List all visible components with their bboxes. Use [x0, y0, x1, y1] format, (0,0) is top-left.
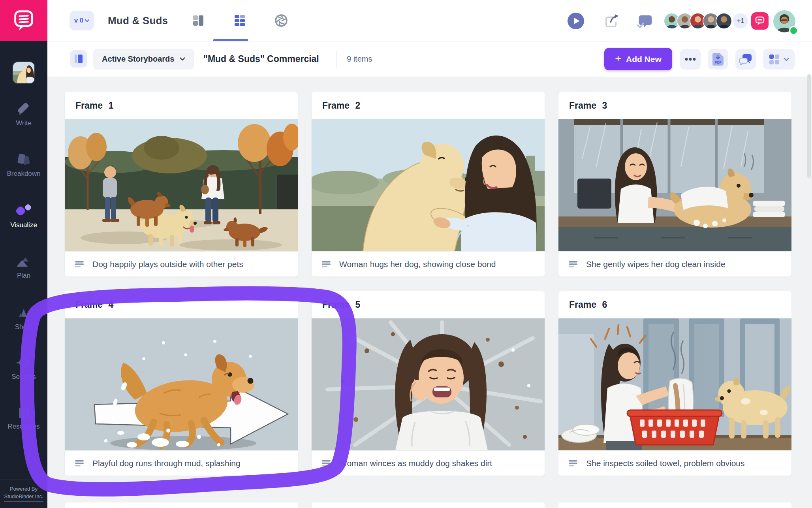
tab-overview[interactable]: [190, 12, 207, 29]
storyboard-card-frame-4[interactable]: Frame 4: [65, 291, 298, 476]
speech-bubble-logo-icon: [11, 8, 36, 33]
aperture-icon: [274, 14, 288, 27]
tab-storyboard-grid[interactable]: [231, 12, 248, 29]
active-tab-underline: [213, 39, 248, 41]
online-status-dot: [789, 26, 798, 35]
board-comments-button[interactable]: [735, 49, 756, 70]
powered-by[interactable]: Powered By StudioBinder Inc.: [0, 480, 47, 502]
frame-caption-row[interactable]: Woman hugs her dog, showing close bond: [312, 251, 545, 277]
grid-icon: [233, 14, 246, 27]
laundry-basket: [627, 410, 722, 445]
frame-title: Frame 4: [65, 291, 298, 318]
storyboard-card-frame-6[interactable]: Frame 6: [558, 291, 791, 476]
resources-icon: [0, 405, 47, 420]
avatar: [716, 13, 732, 29]
sidebar-item-visualize[interactable]: Visualize: [0, 203, 47, 229]
notes-icon: [322, 261, 331, 267]
pdf-download-icon: PDF: [712, 53, 724, 66]
frame-illustration: [558, 318, 791, 450]
storyboard-card-frame-2[interactable]: Frame 2: [312, 92, 545, 277]
sidebar-item-plan[interactable]: Plan: [0, 254, 47, 280]
tab-shots[interactable]: [273, 12, 290, 29]
storyboard-view-selector[interactable]: Active Storyboards: [93, 49, 194, 70]
sidebar-item-resources[interactable]: Resources: [0, 405, 47, 431]
frame-illustration: [312, 119, 545, 251]
frame-illustration: [65, 119, 298, 251]
powered-by-line1: Powered By: [0, 485, 47, 493]
more-options-button[interactable]: [680, 49, 701, 70]
frame-title: Frame 2: [312, 92, 545, 119]
play-button[interactable]: [567, 12, 585, 30]
frame-caption: Woman winces as muddy dog shakes dirt: [339, 459, 492, 468]
settings-icon: [0, 355, 47, 371]
grid-view-icon: [769, 54, 780, 65]
notes-icon: [569, 261, 578, 267]
view-selector-label: Active Storyboards: [102, 55, 174, 64]
frame-title: Frame 5: [312, 291, 545, 318]
sidebar-item-label: Settings: [0, 373, 47, 381]
frame-title: Frame 6: [558, 291, 791, 318]
panel-toggle-button[interactable]: [70, 50, 87, 68]
comment-check-icon: [636, 12, 653, 30]
play-icon: [567, 12, 585, 30]
chevron-down-icon: [180, 57, 185, 61]
frame-caption-row[interactable]: She gently wipes her dog clean inside: [558, 251, 791, 277]
towel-stack: [753, 201, 785, 217]
sidebar-item-label: Write: [0, 119, 47, 127]
frame-illustration: [558, 119, 791, 251]
add-new-button[interactable]: + Add New: [604, 48, 672, 70]
sidebar-item-label: Visualize: [0, 221, 47, 229]
top-header: v 0 Mud & Suds +1: [47, 0, 812, 41]
board-title: "Mud & Suds" Commercial: [203, 41, 319, 77]
view-mode-button[interactable]: [763, 49, 795, 70]
columns-icon: [73, 54, 84, 64]
wincing-woman: [395, 334, 488, 450]
frame-title: Frame 1: [65, 92, 298, 119]
sidebar-item-breakdown[interactable]: Breakdown: [0, 152, 47, 178]
sidebar-item-write[interactable]: Write: [0, 101, 47, 127]
share-button[interactable]: [602, 12, 620, 30]
frame-caption-row[interactable]: Woman winces as muddy dog shakes dirt: [312, 450, 545, 476]
avatars-overflow-badge[interactable]: +1: [732, 13, 749, 29]
frame-caption: She inspects soiled towel, problem obvio…: [586, 459, 745, 468]
sidebar-item-label: Shoot: [0, 323, 47, 331]
sidebar-item-settings[interactable]: Settings: [0, 355, 47, 381]
shoot-icon: [0, 305, 47, 321]
frame-caption: Dog happily plays outside with other pet…: [92, 260, 243, 269]
notes-icon: [75, 261, 85, 267]
studiobinder-logo[interactable]: [0, 0, 47, 41]
frame-caption: Playful dog runs through mud, splashing: [92, 459, 241, 468]
share-icon: [602, 12, 620, 30]
frame-caption-row[interactable]: Playful dog runs through mud, splashing: [65, 450, 298, 476]
notes-icon: [322, 460, 331, 467]
add-new-label: Add New: [626, 55, 662, 64]
frame-title: Frame 3: [558, 92, 791, 119]
sidebar-item-shoot[interactable]: Shoot: [0, 305, 47, 331]
vertical-scrollbar[interactable]: [807, 74, 811, 178]
notes-icon: [569, 460, 578, 467]
next-row-card-stub: [558, 502, 791, 508]
storyboard-card-frame-1[interactable]: Frame 1: [65, 92, 298, 277]
version-dropdown[interactable]: v 0: [70, 11, 94, 30]
sidebar: Write Breakdown Visualize Plan Shoot Set…: [0, 0, 47, 508]
chevron-down-icon: [85, 19, 89, 22]
export-pdf-button[interactable]: PDF: [708, 49, 728, 70]
chat-button[interactable]: [751, 12, 769, 30]
sidebar-item-label: Breakdown: [0, 170, 47, 178]
storyboard-card-frame-5[interactable]: Frame 5: [312, 291, 545, 476]
next-row-card-stub: [65, 502, 298, 508]
project-thumbnail[interactable]: [13, 62, 34, 83]
chevron-down-icon: [784, 58, 789, 61]
ellipsis-icon: [685, 58, 696, 61]
frame-caption: Woman hugs her dog, showing close bond: [339, 260, 496, 269]
comments-button[interactable]: [636, 12, 653, 30]
frame-caption-row[interactable]: She inspects soiled towel, problem obvio…: [558, 450, 791, 476]
project-thumbnail-image: [13, 62, 34, 83]
frame-caption-row[interactable]: Dog happily plays outside with other pet…: [65, 251, 298, 277]
storyboard-card-frame-3[interactable]: Frame 3: [558, 92, 791, 277]
write-icon: [0, 101, 47, 117]
frame-illustration: [65, 318, 298, 450]
notes-icon: [75, 460, 85, 467]
chat-icon: [755, 16, 765, 26]
divider: [336, 51, 337, 68]
